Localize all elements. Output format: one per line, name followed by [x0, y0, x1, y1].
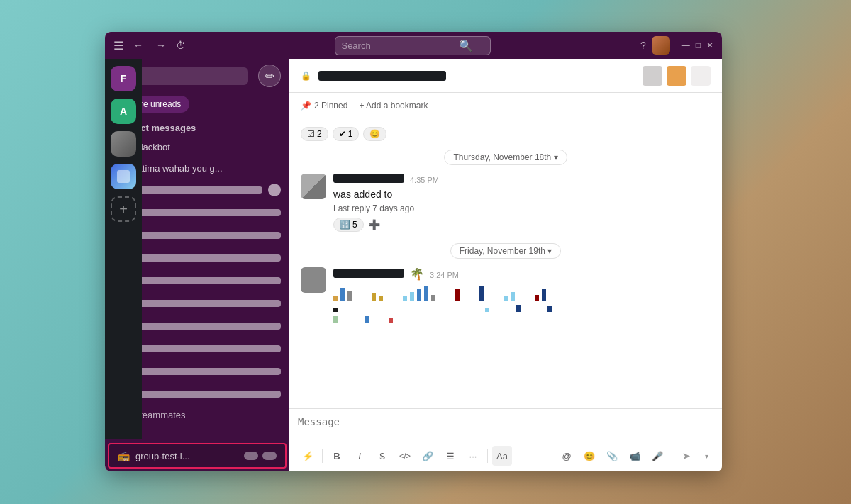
reaction-count-5[interactable]: 🔢5	[333, 218, 364, 232]
compose-button[interactable]: ✏	[258, 65, 281, 87]
strikethrough-button[interactable]: S̶	[372, 446, 392, 466]
chat-messages: ☑2 ✔1 😊 Thursday, November 18th ▾	[289, 118, 722, 408]
chat-area: 🔒 📌 2 Pinned + Add a bookmark	[289, 59, 722, 471]
chart-cell	[340, 288, 345, 301]
message-avatar-2	[301, 267, 326, 293]
message-avatar-1	[301, 174, 326, 199]
help-icon[interactable]: ?	[640, 40, 646, 51]
video-button[interactable]: 📹	[625, 446, 645, 466]
mic-button[interactable]: 🎤	[647, 446, 667, 466]
add-reaction-button-1[interactable]: ➕	[368, 219, 380, 230]
reaction-check-1[interactable]: ✔1	[333, 127, 360, 141]
reaction-checkbox-2[interactable]: ☑2	[301, 127, 328, 141]
header-btn-3[interactable]	[691, 66, 711, 86]
emoji-button[interactable]: 😊	[579, 446, 599, 466]
header-btn-1[interactable]	[643, 66, 662, 86]
workspace-icon-a[interactable]: A	[111, 99, 136, 124]
reactions-1: 🔢5 ➕	[333, 218, 711, 232]
channel-name-blur-8	[135, 345, 281, 352]
add-workspace-button[interactable]: +	[111, 196, 136, 222]
channel-name-blur-6	[135, 300, 281, 307]
title-bar: ☰ ← → ⏱ 🔍 ? — □ ✕	[105, 32, 722, 59]
bottom-control-2[interactable]	[262, 452, 277, 460]
bottom-channel-name: group-test-l...	[135, 451, 238, 461]
search-bar: 🔍	[200, 36, 626, 55]
channel-name-blur-9	[135, 368, 281, 375]
history-icon[interactable]: ⏱	[176, 40, 186, 51]
header-btn-2[interactable]	[667, 66, 686, 86]
text-format-button[interactable]: Aa	[492, 446, 512, 466]
chart-cell	[511, 292, 515, 301]
chat-header: 🔒	[289, 59, 722, 93]
chart-row-2	[333, 305, 711, 312]
mention-button[interactable]: @	[557, 446, 577, 466]
bottom-control-1[interactable]	[244, 452, 258, 460]
back-button[interactable]: ←	[130, 38, 146, 52]
chart-cell	[485, 308, 489, 312]
maximize-button[interactable]: □	[696, 40, 701, 50]
title-bar-right: ? — □ ✕	[640, 36, 713, 55]
top-reactions: ☑2 ✔1 😊	[301, 127, 711, 141]
chart-cell	[379, 296, 383, 301]
code-button[interactable]: </>	[395, 446, 415, 466]
slackbot-name: Slackbot	[135, 142, 281, 152]
fatima-wahab-name: fatima wahab you g...	[135, 163, 281, 174]
reaction-emoji-1[interactable]: 😊	[363, 127, 386, 141]
send-dropdown[interactable]: ▾	[699, 446, 713, 466]
message-text-1: was added to	[333, 187, 711, 202]
chart-cell	[424, 286, 428, 301]
toolbar-divider-3	[672, 449, 672, 463]
chart-cell	[403, 296, 407, 301]
workspace-icon-f[interactable]: F	[111, 66, 136, 91]
more-button[interactable]: ···	[463, 446, 483, 466]
chart-cell	[389, 318, 393, 323]
sidebar-bottom-bar[interactable]: 📻 group-test-l...	[108, 443, 287, 469]
message-group-2: 🌴 3:24 PM	[301, 267, 711, 323]
title-bar-left: ☰ ← → ⏱	[113, 38, 186, 52]
search-input[interactable]	[341, 40, 455, 51]
channel-name-blur-3	[135, 232, 281, 239]
list-button[interactable]: ☰	[440, 446, 460, 466]
date-pill-friday[interactable]: Friday, November 19th ▾	[450, 243, 562, 259]
chart-cell	[542, 289, 546, 301]
channel-title	[318, 71, 446, 81]
app-window: ☰ ← → ⏱ 🔍 ? — □ ✕ ✏	[105, 32, 722, 471]
date-pill-thursday[interactable]: Thursday, November 18th ▾	[444, 150, 567, 165]
date-divider-thursday: Thursday, November 18th ▾	[301, 150, 711, 165]
pinned-info[interactable]: 📌 2 Pinned	[301, 101, 347, 111]
lightning-button[interactable]: ⚡	[298, 446, 318, 466]
workspace-icon-3[interactable]	[111, 131, 136, 157]
workspace-icon-4[interactable]	[111, 164, 136, 189]
chart-cell	[504, 296, 508, 301]
search-input-wrap[interactable]: 🔍	[335, 36, 491, 55]
workspace-rail: F A +	[105, 59, 142, 439]
attachment-button[interactable]: 📎	[602, 446, 622, 466]
message-sender-2	[333, 269, 404, 278]
toolbar-divider-2	[487, 449, 488, 463]
minimize-button[interactable]: —	[682, 40, 690, 50]
add-bookmark-button[interactable]: + Add a bookmark	[359, 101, 428, 111]
chart-row-3	[333, 316, 711, 323]
chart-cell	[455, 289, 460, 301]
avatar[interactable]	[652, 36, 670, 55]
send-button[interactable]: ➤	[677, 446, 696, 466]
italic-button[interactable]: I	[350, 446, 369, 466]
forward-button[interactable]: →	[153, 38, 169, 52]
pinned-count: 2 Pinned	[314, 101, 347, 111]
message-time-2: 3:24 PM	[430, 271, 459, 279]
chart-cell	[333, 308, 338, 312]
chart-cell	[547, 306, 552, 312]
window-controls: — □ ✕	[682, 40, 713, 50]
message-sender-1	[333, 174, 404, 183]
hamburger-icon[interactable]: ☰	[113, 39, 123, 52]
palm-tree-emoji: 🌴	[410, 267, 424, 281]
link-button[interactable]: 🔗	[418, 446, 438, 466]
chat-subheader: 📌 2 Pinned + Add a bookmark	[289, 93, 722, 118]
message-input[interactable]	[298, 415, 713, 440]
podcast-icon: 📻	[118, 450, 130, 461]
date-thursday-label: Thursday, November 18th ▾	[453, 152, 557, 162]
close-button[interactable]: ✕	[706, 40, 713, 50]
chart-cell	[333, 316, 338, 323]
bold-button[interactable]: B	[327, 446, 347, 466]
composer-toolbar: ⚡ B I S̶ </> 🔗 ☰ ··· Aa @ 😊 📎 📹 �	[298, 446, 713, 466]
